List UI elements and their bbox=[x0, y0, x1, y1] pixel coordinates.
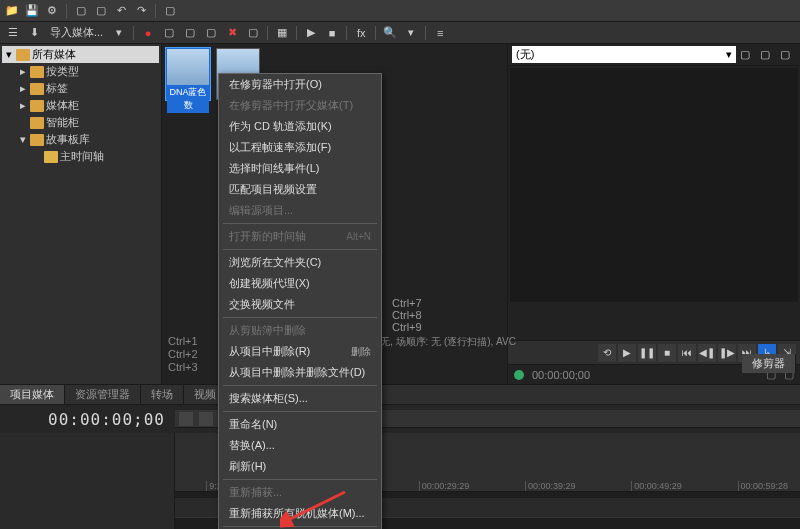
stop-icon[interactable]: ■ bbox=[323, 24, 341, 42]
menu-item[interactable]: 从项目中删除(R)删除 bbox=[219, 341, 381, 362]
tree-label: 按类型 bbox=[46, 64, 79, 79]
menu-item-label: 从项目中删除并删除文件(D) bbox=[229, 365, 365, 380]
context-menu: 在修剪器中打开(O)在修剪器中打开父媒体(T)作为 CD 轨道添加(K)以工程帧… bbox=[218, 73, 382, 529]
fx-icon[interactable]: fx bbox=[352, 24, 370, 42]
preview-select-dropdown[interactable]: (无) ▾ bbox=[512, 46, 736, 63]
separator bbox=[267, 26, 268, 40]
ruler-tick: 00:00:59:28 bbox=[738, 481, 789, 491]
menu-item-label: 在修剪器中打开父媒体(T) bbox=[229, 98, 353, 113]
menu-item-label: 从项目中删除(R) bbox=[229, 344, 310, 359]
tab-transitions[interactable]: 转场 bbox=[141, 385, 184, 404]
import-icon[interactable]: ⬇ bbox=[25, 24, 43, 42]
tab-project-media[interactable]: 项目媒体 bbox=[0, 385, 65, 404]
separator bbox=[375, 26, 376, 40]
menu-item[interactable]: 重命名(N) bbox=[219, 414, 381, 435]
preview-timecode: 00:00:00;00 bbox=[532, 369, 590, 381]
timeline-timecode[interactable]: 00:00:00;00 bbox=[0, 410, 175, 429]
collapse-icon[interactable]: ▾ bbox=[18, 133, 28, 146]
preview-viewport[interactable] bbox=[510, 68, 798, 302]
view-icon[interactable]: ▦ bbox=[273, 24, 291, 42]
tab-explorer[interactable]: 资源管理器 bbox=[65, 385, 141, 404]
menu-item[interactable]: 重新捕获所有脱机媒体(M)... bbox=[219, 503, 381, 524]
tool-icon-2[interactable]: ▢ bbox=[93, 3, 109, 19]
pause-icon[interactable]: ❚❚ bbox=[638, 344, 656, 362]
preview-tool-icon[interactable]: ▢ bbox=[760, 48, 776, 61]
collapse-icon[interactable]: ▾ bbox=[4, 48, 14, 61]
menu-item-label: 刷新(H) bbox=[229, 459, 266, 474]
tool-b-icon[interactable]: ▢ bbox=[181, 24, 199, 42]
menu-item[interactable]: 匹配项目视频设置 bbox=[219, 179, 381, 200]
menu-item[interactable]: 交换视频文件 bbox=[219, 294, 381, 315]
expand-icon[interactable]: ▸ bbox=[18, 99, 28, 112]
search-icon[interactable]: 🔍 bbox=[381, 24, 399, 42]
menu-item[interactable]: 浏览所在文件夹(C) bbox=[219, 252, 381, 273]
folder-icon[interactable]: 📁 bbox=[4, 3, 20, 19]
tree-item-storyboard[interactable]: ▾故事板库 bbox=[16, 131, 159, 148]
record-icon[interactable]: ● bbox=[139, 24, 157, 42]
prev-frame-icon[interactable]: ◀❚ bbox=[698, 344, 716, 362]
menu-separator bbox=[223, 526, 377, 527]
chevron-down-icon: ▾ bbox=[726, 48, 732, 61]
next-frame-icon[interactable]: ❚▶ bbox=[718, 344, 736, 362]
menu-item[interactable]: 从项目中删除并删除文件(D) bbox=[219, 362, 381, 383]
tool-icon-1[interactable]: ▢ bbox=[73, 3, 89, 19]
tree-item-media-bins[interactable]: ▸媒体柜 bbox=[16, 97, 159, 114]
props-icon[interactable]: ▢ bbox=[244, 24, 262, 42]
save-icon[interactable]: 💾 bbox=[24, 3, 40, 19]
tool-c-icon[interactable]: ▢ bbox=[202, 24, 220, 42]
expand-icon[interactable]: ▸ bbox=[18, 82, 28, 95]
zoom-dropdown-icon[interactable]: ▾ bbox=[402, 24, 420, 42]
media-thumbnail[interactable]: DNA蓝色数 bbox=[166, 48, 210, 100]
tool-icon-3[interactable]: ▢ bbox=[162, 3, 178, 19]
import-media-button[interactable]: 导入媒体... bbox=[46, 25, 107, 40]
timeline-tool-icon[interactable] bbox=[179, 412, 193, 426]
undo-icon[interactable]: ↶ bbox=[113, 3, 129, 19]
folder-icon bbox=[16, 49, 30, 61]
marker-icon[interactable] bbox=[514, 370, 524, 380]
tab-trimmer[interactable]: 修剪器 bbox=[742, 354, 796, 373]
play-icon[interactable]: ▶ bbox=[618, 344, 636, 362]
play-icon[interactable]: ▶ bbox=[302, 24, 320, 42]
shortcut-hint: Ctrl+3 bbox=[168, 361, 198, 373]
tree-item-tags[interactable]: ▸标签 bbox=[16, 80, 159, 97]
menu-item[interactable]: 刷新(H) bbox=[219, 456, 381, 477]
folder-icon bbox=[30, 83, 44, 95]
delete-icon[interactable]: ✖ bbox=[223, 24, 241, 42]
tree-label: 故事板库 bbox=[46, 132, 90, 147]
preview-tool-icon[interactable]: ▢ bbox=[780, 48, 796, 61]
toggle-icon[interactable]: ☰ bbox=[4, 24, 22, 42]
settings-icon[interactable]: ⚙ bbox=[44, 3, 60, 19]
list-icon[interactable]: ≡ bbox=[431, 24, 449, 42]
menu-item[interactable]: 选择时间线事件(L) bbox=[219, 158, 381, 179]
timeline-tool-icon[interactable] bbox=[199, 412, 213, 426]
menu-item-shortcut: Alt+N bbox=[346, 231, 371, 242]
dropdown-icon[interactable]: ▾ bbox=[110, 24, 128, 42]
redo-icon[interactable]: ↷ bbox=[133, 3, 149, 19]
menu-item-label: 在修剪器中打开(O) bbox=[229, 77, 322, 92]
menu-item[interactable]: 替换(A)... bbox=[219, 435, 381, 456]
folder-icon bbox=[30, 134, 44, 146]
tree-item-main-timeline[interactable]: 主时间轴 bbox=[30, 148, 159, 165]
menu-item[interactable]: 搜索媒体柜(S)... bbox=[219, 388, 381, 409]
preview-tool-icon[interactable]: ▢ bbox=[740, 48, 756, 61]
loop-icon[interactable]: ⟲ bbox=[598, 344, 616, 362]
stop-icon[interactable]: ■ bbox=[658, 344, 676, 362]
menu-item[interactable]: 作为 CD 轨道添加(K) bbox=[219, 116, 381, 137]
tool-a-icon[interactable]: ▢ bbox=[160, 24, 178, 42]
preview-media-info: 无, 场顺序: 无 (逐行扫描), AVC bbox=[380, 335, 516, 349]
tree-root-all-media[interactable]: ▾ 所有媒体 bbox=[2, 46, 159, 63]
tree-item-by-type[interactable]: ▸按类型 bbox=[16, 63, 159, 80]
menu-item: 编辑源项目... bbox=[219, 200, 381, 221]
tree-item-smart-bins[interactable]: 智能柜 bbox=[16, 114, 159, 131]
expand-icon[interactable]: ▸ bbox=[18, 65, 28, 78]
tree-label: 标签 bbox=[46, 81, 68, 96]
menu-item-label: 选择时间线事件(L) bbox=[229, 161, 319, 176]
menu-item-label: 以工程帧速率添加(F) bbox=[229, 140, 331, 155]
menu-item[interactable]: 在修剪器中打开(O) bbox=[219, 74, 381, 95]
menu-item[interactable]: 创建视频代理(X) bbox=[219, 273, 381, 294]
menu-item: 重新捕获... bbox=[219, 482, 381, 503]
panel-tabs: 项目媒体 资源管理器 转场 视频 bbox=[0, 384, 800, 404]
separator bbox=[346, 26, 347, 40]
first-frame-icon[interactable]: ⏮ bbox=[678, 344, 696, 362]
menu-item[interactable]: 以工程帧速率添加(F) bbox=[219, 137, 381, 158]
